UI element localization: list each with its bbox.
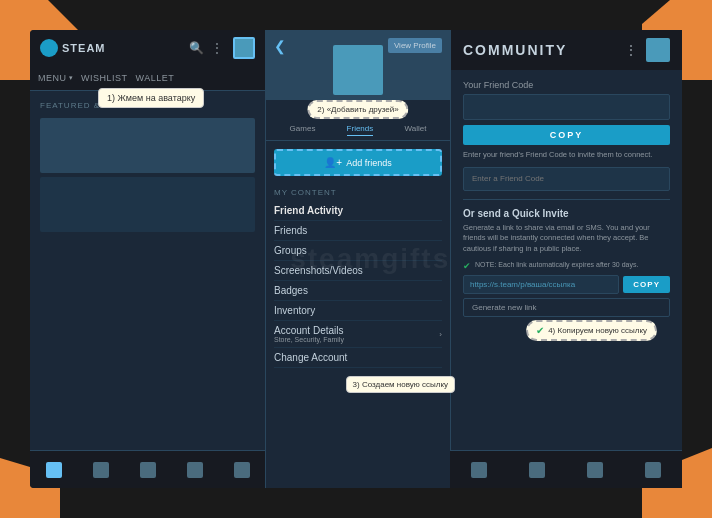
friend-code-copy-button[interactable]: COPY	[463, 125, 670, 145]
community-title: COMMUNITY	[463, 42, 567, 58]
menu-item-friends[interactable]: Friends	[274, 221, 442, 241]
profile-popup-panel: ❮ View Profile 2) «Добавить друзей» Game…	[265, 30, 450, 488]
friend-code-input[interactable]	[463, 94, 670, 120]
chevron-down-icon: ▾	[69, 74, 74, 82]
menu-item-account[interactable]: Account Details Store, Security, Family …	[274, 321, 442, 348]
friend-code-label: Your Friend Code	[463, 80, 670, 90]
community-avatar[interactable]	[646, 38, 670, 62]
back-button[interactable]: ❮	[274, 38, 286, 54]
friend-code-description: Enter your friend's Friend Code to invit…	[463, 150, 670, 161]
tab-games[interactable]: Games	[290, 122, 316, 136]
menu-item-inventory[interactable]: Inventory	[274, 301, 442, 321]
check-icon: ✔	[463, 261, 471, 271]
checkmark-icon: ✔	[536, 325, 544, 336]
main-container: STEAM 🔍 ⋮ 1) Жмем на аватарку MENU ▾ WIS…	[30, 30, 682, 488]
menu-item-screenshots[interactable]: Screenshots/Videos	[274, 261, 442, 281]
community-nav-list[interactable]	[529, 462, 545, 478]
community-nav-tag[interactable]	[471, 462, 487, 478]
steam-logo: STEAM	[40, 39, 106, 57]
link-copy-button[interactable]: COPY	[623, 276, 670, 293]
featured-image-1	[40, 118, 255, 173]
header-avatar[interactable]	[233, 37, 255, 59]
generate-link-button[interactable]: Generate new link	[463, 298, 670, 317]
bottom-nav-list[interactable]	[93, 462, 109, 478]
steam-client-panel: STEAM 🔍 ⋮ 1) Жмем на аватарку MENU ▾ WIS…	[30, 30, 265, 488]
more-icon[interactable]: ⋮	[211, 41, 225, 55]
menu-item-badges[interactable]: Badges	[274, 281, 442, 301]
annotation-copy-link: ✔ 4) Копируем новую ссылку	[526, 320, 657, 341]
community-panel: COMMUNITY ⋮ Your Friend Code COPY Enter …	[450, 30, 682, 488]
account-details-label: Account Details	[274, 325, 344, 336]
featured-images	[40, 118, 255, 232]
profile-avatar[interactable]	[333, 45, 383, 95]
chevron-right-icon: ›	[439, 330, 442, 339]
quick-invite-label: Or send a Quick Invite	[463, 208, 670, 219]
menu-item-groups[interactable]: Groups	[274, 241, 442, 261]
nav-menu[interactable]: MENU ▾	[38, 70, 73, 86]
profile-menu-items: Friend Activity Friends Groups Screensho…	[266, 199, 450, 370]
community-header: COMMUNITY ⋮	[451, 30, 682, 70]
my-content-label: MY CONTENT	[266, 184, 450, 199]
add-friends-icon: 👤+	[324, 157, 342, 168]
community-content: Your Friend Code COPY Enter your friend'…	[451, 70, 682, 327]
tab-wallet[interactable]: Wallet	[404, 122, 426, 136]
bottom-nav-bell[interactable]	[187, 462, 203, 478]
bottom-nav-shield[interactable]	[140, 462, 156, 478]
search-icon[interactable]: 🔍	[189, 41, 203, 55]
community-menu-icon[interactable]: ⋮	[624, 42, 638, 58]
tab-friends[interactable]: Friends	[347, 122, 374, 136]
menu-item-change-account[interactable]: Change Account	[274, 348, 442, 368]
community-nav-shield[interactable]	[587, 462, 603, 478]
steam-header: STEAM 🔍 ⋮	[30, 30, 265, 66]
section-divider	[463, 199, 670, 200]
steam-bottom-nav	[30, 450, 265, 488]
menu-item-friend-activity[interactable]: Friend Activity	[274, 201, 442, 221]
bottom-nav-menu[interactable]	[234, 462, 250, 478]
link-url-input[interactable]	[463, 275, 619, 294]
nav-wallet[interactable]: WALLET	[136, 70, 175, 86]
note-text: NOTE: Each link automatically expires af…	[475, 260, 638, 269]
community-header-right: ⋮	[624, 38, 670, 62]
add-friends-button[interactable]: 👤+ Add friends	[274, 149, 442, 176]
profile-tabs: Games Friends Wallet	[266, 118, 450, 141]
annotation-click-avatar: 1) Жмем на аватарку	[98, 88, 204, 108]
view-profile-button[interactable]: View Profile	[388, 38, 442, 53]
steam-logo-text: STEAM	[62, 42, 106, 54]
profile-avatar-area: ❮ View Profile	[266, 30, 450, 100]
steam-content: FEATURED & RECOMMENDED	[30, 91, 265, 242]
steam-icon	[40, 39, 58, 57]
enter-friend-code-input[interactable]	[463, 167, 670, 191]
annotation-generate-link: 3) Создаем новую ссылку	[346, 376, 455, 393]
steam-header-icons: 🔍 ⋮	[189, 37, 255, 59]
community-nav-bell[interactable]	[645, 462, 661, 478]
annotation-add-friends: 2) «Добавить друзей»	[307, 100, 408, 119]
nav-wishlist[interactable]: WISHLIST	[81, 70, 128, 86]
quick-invite-description: Generate a link to share via email or SM…	[463, 223, 670, 255]
community-bottom-nav	[450, 450, 682, 488]
featured-image-2	[40, 177, 255, 232]
bottom-nav-tag[interactable]	[46, 462, 62, 478]
account-details-sub: Store, Security, Family	[274, 336, 344, 343]
note-row: ✔ NOTE: Each link automatically expires …	[463, 260, 670, 275]
link-row: COPY	[463, 275, 670, 294]
